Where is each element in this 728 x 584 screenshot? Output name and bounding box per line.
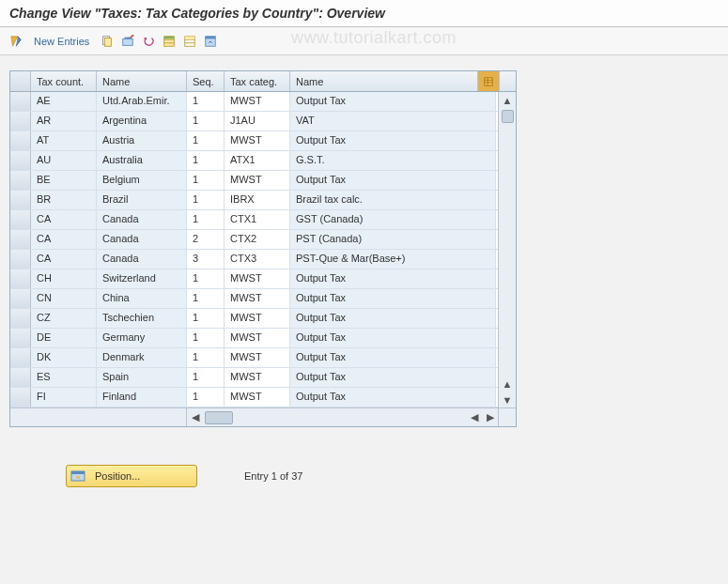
scroll-right-icon[interactable]: ▶ — [482, 409, 498, 426]
row-selector[interactable] — [10, 131, 31, 150]
cell-country[interactable]: DK — [31, 348, 97, 367]
cell-seq[interactable]: 1 — [187, 348, 225, 367]
cell-categ[interactable]: MWST — [225, 171, 290, 190]
cell-name1: Germany — [97, 329, 187, 347]
cell-seq[interactable]: 2 — [187, 230, 225, 249]
cell-categ[interactable]: MWST — [225, 348, 290, 367]
row-selector[interactable] — [10, 250, 31, 269]
cell-seq[interactable]: 1 — [187, 269, 225, 288]
row-selector[interactable] — [10, 348, 31, 367]
cell-name1: Belgium — [97, 171, 187, 190]
select-all-icon[interactable] — [161, 33, 178, 50]
cell-seq[interactable]: 1 — [187, 191, 225, 209]
scroll-down-icon[interactable]: ▼ — [500, 392, 516, 407]
col-header-seq[interactable]: Seq. — [187, 71, 225, 91]
cell-seq[interactable]: 1 — [187, 309, 225, 328]
cell-country[interactable]: CA — [31, 230, 97, 249]
row-selector[interactable] — [10, 269, 31, 288]
cell-seq[interactable]: 1 — [187, 388, 225, 407]
hscroll-thumb[interactable] — [205, 411, 233, 424]
table-row: FIFinland1MWSTOutput Tax — [10, 388, 516, 407]
grid-config-icon[interactable] — [478, 71, 500, 91]
cell-seq[interactable]: 1 — [187, 210, 225, 229]
cell-categ[interactable]: ATX1 — [225, 151, 290, 170]
horizontal-scrollbar[interactable]: ◀ ◀ ▶ — [10, 407, 516, 426]
row-selector[interactable] — [10, 388, 31, 407]
footer: Position... Entry 1 of 37 — [9, 427, 719, 525]
deselect-all-icon[interactable] — [181, 33, 198, 50]
cell-categ[interactable]: MWST — [225, 309, 290, 328]
cell-categ[interactable]: CTX3 — [225, 250, 290, 269]
cell-country[interactable]: CA — [31, 250, 97, 269]
cell-country[interactable]: DE — [31, 329, 97, 347]
position-button[interactable]: Position... — [66, 465, 197, 487]
cell-seq[interactable]: 1 — [187, 329, 225, 347]
cell-name1: Brazil — [97, 191, 187, 209]
scroll-left-icon[interactable]: ◀ — [187, 409, 203, 426]
row-selector[interactable] — [10, 210, 31, 229]
delete-icon[interactable] — [119, 33, 136, 50]
vertical-scrollbar[interactable]: ▲ ▲ ▼ — [498, 92, 516, 407]
config-icon[interactable] — [202, 33, 219, 50]
toggle-icon[interactable] — [8, 33, 24, 50]
cell-categ[interactable]: MWST — [225, 368, 290, 387]
cell-seq[interactable]: 1 — [187, 368, 225, 387]
cell-seq[interactable]: 1 — [187, 171, 225, 190]
cell-seq[interactable]: 1 — [187, 151, 225, 170]
cell-seq[interactable]: 3 — [187, 250, 225, 269]
row-selector[interactable] — [10, 92, 31, 111]
position-icon — [70, 469, 85, 484]
copy-icon[interactable] — [99, 33, 116, 50]
row-selector[interactable] — [10, 171, 31, 190]
new-entries-button[interactable]: New Entries — [28, 36, 95, 47]
row-selector[interactable] — [10, 329, 31, 347]
cell-country[interactable]: CN — [31, 289, 97, 308]
cell-seq[interactable]: 1 — [187, 131, 225, 150]
cell-seq[interactable]: 1 — [187, 289, 225, 308]
cell-country[interactable]: BE — [31, 171, 97, 190]
row-selector[interactable] — [10, 230, 31, 249]
row-selector[interactable] — [10, 112, 31, 131]
scroll-up-icon[interactable]: ▲ — [500, 92, 516, 108]
col-header-name1[interactable]: Name — [97, 71, 187, 91]
row-selector[interactable] — [10, 289, 31, 308]
row-selector[interactable] — [10, 309, 31, 328]
cell-categ[interactable]: MWST — [225, 131, 290, 150]
scroll-left2-icon[interactable]: ◀ — [466, 409, 482, 426]
cell-seq[interactable]: 1 — [187, 92, 225, 111]
scroll-up2-icon[interactable]: ▲ — [500, 376, 516, 392]
cell-country[interactable]: AU — [31, 151, 97, 170]
cell-country[interactable]: FI — [31, 388, 97, 407]
cell-categ[interactable]: IBRX — [225, 191, 290, 209]
table-row: CHSwitzerland1MWSTOutput Tax — [10, 269, 516, 289]
cell-country[interactable]: CA — [31, 210, 97, 229]
cell-categ[interactable]: CTX1 — [225, 210, 290, 229]
svg-rect-1 — [105, 38, 112, 46]
scroll-thumb[interactable] — [502, 110, 514, 123]
cell-categ[interactable]: MWST — [225, 92, 290, 111]
row-selector-header[interactable] — [10, 71, 31, 91]
row-selector[interactable] — [10, 368, 31, 387]
cell-categ[interactable]: MWST — [225, 329, 290, 347]
col-header-categ[interactable]: Tax categ. — [225, 71, 290, 91]
undo-icon[interactable] — [140, 33, 157, 50]
cell-seq[interactable]: 1 — [187, 112, 225, 131]
cell-categ[interactable]: MWST — [225, 388, 290, 407]
cell-categ[interactable]: J1AU — [225, 112, 290, 131]
cell-country[interactable]: AR — [31, 112, 97, 131]
row-selector[interactable] — [10, 151, 31, 170]
cell-categ[interactable]: MWST — [225, 269, 290, 288]
table-row: CNChina1MWSTOutput Tax — [10, 289, 516, 309]
cell-country[interactable]: AE — [31, 92, 97, 111]
col-header-country[interactable]: Tax count. — [31, 71, 97, 91]
cell-name1: Tschechien — [97, 309, 187, 328]
cell-country[interactable]: ES — [31, 368, 97, 387]
cell-country[interactable]: AT — [31, 131, 97, 150]
cell-country[interactable]: BR — [31, 191, 97, 209]
col-header-name2[interactable]: Name — [290, 71, 478, 91]
cell-categ[interactable]: CTX2 — [225, 230, 290, 249]
cell-country[interactable]: CZ — [31, 309, 97, 328]
cell-categ[interactable]: MWST — [225, 289, 290, 308]
row-selector[interactable] — [10, 191, 31, 209]
cell-country[interactable]: CH — [31, 269, 97, 288]
